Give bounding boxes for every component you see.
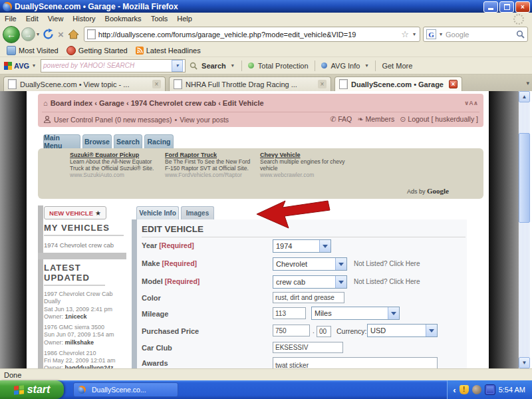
reload-icon[interactable] xyxy=(43,29,54,40)
color-input[interactable] xyxy=(273,292,344,303)
tab-images[interactable]: Images xyxy=(181,206,214,219)
avg-get-more[interactable]: Get More xyxy=(382,62,412,70)
history-dropdown[interactable]: ▾ xyxy=(37,31,39,37)
my-vehicle-link[interactable]: 1974 Chevrolet crew cab xyxy=(44,241,126,249)
ad-chevy[interactable]: Chevy Vehicle Search multiple engines fo… xyxy=(260,152,352,178)
ad-suzuki[interactable]: Suzuki® Equator Pickup Learn About the A… xyxy=(70,152,162,178)
price-input[interactable] xyxy=(273,325,310,336)
avg-total-protection[interactable]: Total Protection xyxy=(258,62,309,70)
ads-by-google[interactable]: Ads by Google xyxy=(407,187,449,195)
browser-tab-1[interactable]: DuallyScene.com • View topic - ... × xyxy=(3,76,166,91)
vehicle-owner[interactable]: Owner: 1niceck xyxy=(44,313,125,321)
avg-search-button[interactable]: Search xyxy=(201,62,226,70)
menu-file[interactable]: File xyxy=(0,14,21,23)
url-text[interactable]: http://duallyscene.com/forums/garage_veh… xyxy=(98,31,399,39)
model-not-listed-link[interactable]: Not Listed? Click Here xyxy=(354,278,420,285)
menu-help[interactable]: Help xyxy=(172,14,197,23)
awards-input[interactable] xyxy=(273,357,438,368)
tray-app-icon[interactable] xyxy=(472,385,481,394)
car-club-input[interactable] xyxy=(273,342,343,353)
browser-tab-2[interactable]: NHRA Full Throttle Drag Racing ... × xyxy=(169,76,331,91)
menu-edit[interactable]: Edit xyxy=(21,14,43,23)
clock[interactable]: 5:54 AM xyxy=(499,386,525,394)
user-control-panel-link[interactable]: User Control Panel (0 new messages) xyxy=(54,116,172,124)
list-item[interactable]: 1976 GMC sierra 3500 Sun Jun 07, 2009 1:… xyxy=(44,324,125,346)
site-tab-browse[interactable]: Browse xyxy=(82,134,112,148)
price-cents-input[interactable] xyxy=(317,326,331,337)
close-button[interactable]: × xyxy=(515,1,530,13)
tab-list-dropdown-icon[interactable]: ▾ xyxy=(526,80,529,86)
browser-tab-active[interactable]: DuallyScene.com • Garage × xyxy=(334,76,462,91)
model-select[interactable]: crew cab xyxy=(273,275,347,289)
ad-title[interactable]: Ford Raptor Truck xyxy=(165,152,257,158)
tab-close-icon[interactable]: × xyxy=(152,80,161,88)
tab-close-icon[interactable]: × xyxy=(449,80,458,88)
list-item[interactable]: 1986 Chevrolet 210 Fri May 22, 2009 12:0… xyxy=(44,350,125,368)
avg-info-dropdown[interactable]: ▾ xyxy=(365,63,368,68)
scroll-down-button[interactable]: ▼ xyxy=(519,357,530,368)
start-button[interactable]: start xyxy=(0,380,64,399)
search-box[interactable]: G ▾ Google xyxy=(423,27,528,42)
bookmark-getting-started[interactable]: Getting Started xyxy=(64,45,130,56)
bookmark-latest-headlines[interactable]: Latest Headlines xyxy=(133,46,203,55)
scrollbar-thumb[interactable] xyxy=(519,133,530,223)
view-your-posts-link[interactable]: View your posts xyxy=(180,116,229,124)
minimize-icon xyxy=(488,8,493,10)
font-size-widget[interactable]: ∨A∧ xyxy=(464,100,478,106)
mileage-unit-select[interactable]: Miles xyxy=(311,307,400,320)
ad-title[interactable]: Suzuki® Equator Pickup xyxy=(70,152,162,158)
menu-tools[interactable]: Tools xyxy=(146,14,173,23)
restore-button[interactable] xyxy=(499,1,514,13)
avg-search-dropdown[interactable]: ▾ xyxy=(231,63,234,68)
home-icon[interactable] xyxy=(68,29,79,39)
tab-close-icon[interactable]: × xyxy=(318,80,327,88)
taskbar-window-button[interactable]: DuallyScene.co... xyxy=(73,382,178,397)
avg-info[interactable]: AVG Info xyxy=(331,62,360,70)
search-icon[interactable] xyxy=(516,30,525,39)
scroll-up-button[interactable]: ▲ xyxy=(519,91,530,102)
url-dropdown-icon[interactable]: ▾ xyxy=(413,31,416,37)
make-not-listed-link[interactable]: Not Listed? Click Here xyxy=(354,260,420,267)
vehicle-owner[interactable]: Owner: milkshake xyxy=(44,339,125,346)
avg-toolbar: AVG ▾ powered by YAHOO! SEARCH ▾ Search … xyxy=(0,57,532,74)
back-button[interactable]: ← xyxy=(3,26,20,43)
ad-ford[interactable]: Ford Raptor Truck Be The First To See th… xyxy=(165,152,257,178)
engine-dropdown-icon[interactable]: ▾ xyxy=(440,31,442,37)
logout-link[interactable]: ⊙ Logout [ huskerdually ] xyxy=(400,115,478,124)
url-bar[interactable]: http://duallyscene.com/forums/garage_veh… xyxy=(84,27,420,42)
avg-logo[interactable]: AVG ▾ xyxy=(4,62,37,70)
stop-icon[interactable]: × xyxy=(58,29,64,40)
vehicle-name[interactable]: 1986 Chevrolet 210 xyxy=(44,350,125,357)
year-select[interactable]: 1974 xyxy=(273,239,331,253)
site-tab-racing[interactable]: Racing xyxy=(144,134,174,148)
list-item[interactable]: 1997 Chevrolet Crew Cab Dually Sat Jun 1… xyxy=(44,291,125,321)
bookmark-most-visited[interactable]: Most Visited xyxy=(4,45,61,56)
bookmark-label: Most Visited xyxy=(19,47,59,55)
yahoo-search-input[interactable]: powered by YAHOO! SEARCH ▾ xyxy=(41,59,186,72)
mileage-input[interactable] xyxy=(273,307,306,319)
vehicle-name[interactable]: 1997 Chevrolet Crew Cab Dually xyxy=(44,291,125,306)
security-shield-icon[interactable]: ! xyxy=(460,385,469,394)
display-icon[interactable] xyxy=(485,384,495,395)
forward-button[interactable]: → xyxy=(21,27,35,41)
minimize-button[interactable] xyxy=(483,1,498,13)
new-vehicle-button[interactable]: NEW VEHICLE ★ xyxy=(44,206,106,219)
vehicle-name[interactable]: 1976 GMC sierra 3500 xyxy=(44,324,125,331)
ad-title[interactable]: Chevy Vehicle xyxy=(260,152,352,158)
members-link[interactable]: ❧ Members xyxy=(357,115,394,124)
yahoo-dropdown-icon[interactable]: ▾ xyxy=(172,60,183,72)
faq-link[interactable]: ✆ FAQ xyxy=(330,115,352,124)
site-tab-main-menu[interactable]: Main Menu xyxy=(43,134,80,148)
menu-history[interactable]: History xyxy=(68,14,100,23)
search-placeholder[interactable]: Google xyxy=(446,31,514,39)
menu-view[interactable]: View xyxy=(43,14,68,23)
bookmark-star-icon[interactable]: ☆ xyxy=(401,29,409,39)
make-select[interactable]: Chevrolet xyxy=(273,257,347,271)
breadcrumb[interactable]: Board index ‹ Garage ‹ 1974 Chevrolet cr… xyxy=(51,99,264,107)
site-tab-search[interactable]: Search xyxy=(114,134,142,148)
tray-chevron-icon[interactable]: ‹ xyxy=(453,385,456,395)
tab-vehicle-info[interactable]: Vehicle Info xyxy=(136,206,179,219)
avg-dropdown-icon[interactable]: ▾ xyxy=(33,63,35,68)
currency-select[interactable]: USD xyxy=(367,324,438,337)
menu-bookmarks[interactable]: Bookmarks xyxy=(100,14,146,23)
